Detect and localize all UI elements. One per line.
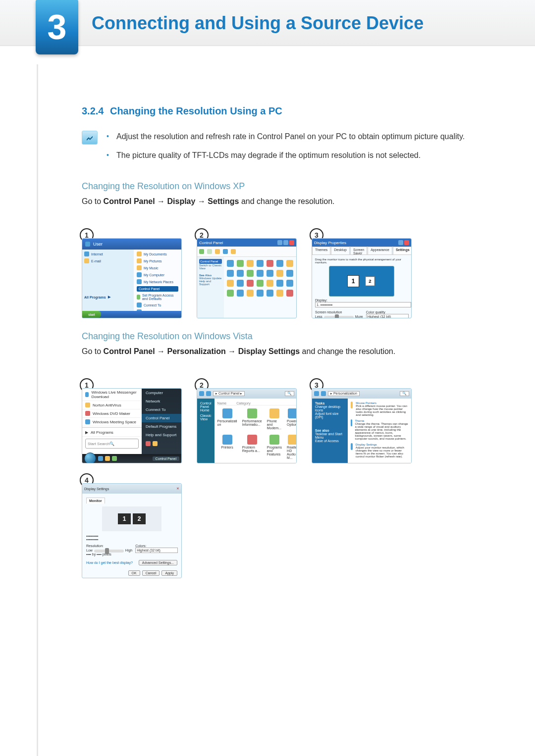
start-item[interactable]: My Network Places	[137, 279, 178, 284]
monitor-2[interactable]: 2	[133, 513, 146, 524]
control-panel-highlight[interactable]: Control Panel	[137, 286, 178, 292]
cp-icon[interactable]	[227, 260, 234, 267]
start-item[interactable]: Norton AntiVirus	[82, 401, 142, 409]
sidebar-link[interactable]: Switch to Classic View	[199, 264, 222, 270]
taskbar-button[interactable]: Control Panel	[153, 456, 179, 461]
cp-item[interactable]: Realtek HD Audio M...	[287, 435, 297, 459]
back-icon[interactable]	[314, 391, 319, 396]
start-item[interactable]: Windows Live Messenger Download	[82, 389, 142, 401]
ok-button[interactable]: OK	[128, 570, 140, 576]
start-item[interactable]: My Documents	[137, 252, 178, 256]
breadcrumb[interactable]: ▸ Personalization	[328, 391, 360, 396]
taskbar-icon[interactable]	[98, 456, 103, 461]
control-panel-highlight[interactable]: Control Panel	[142, 414, 181, 422]
cp-icon[interactable]	[227, 290, 234, 297]
cp-icon[interactable]	[227, 270, 234, 277]
sidebar-link[interactable]: Taskbar and Start Menu	[315, 432, 345, 439]
personalization-item[interactable]: ThemeChange the theme. Themes can change…	[351, 419, 408, 440]
cp-icon[interactable]	[237, 280, 244, 287]
cp-icon[interactable]	[286, 270, 293, 277]
tab-settings[interactable]: Settings	[393, 247, 412, 254]
all-programs[interactable]: ▶ All Programs	[82, 429, 142, 437]
cp-icon[interactable]	[227, 280, 234, 287]
minimize-icon[interactable]	[277, 240, 282, 245]
start-item[interactable]: Internet	[84, 252, 132, 256]
start-button[interactable]: start	[82, 311, 101, 318]
cp-item[interactable]: Printers	[217, 435, 237, 459]
cp-icon[interactable]	[247, 280, 254, 287]
cp-icon[interactable]	[237, 260, 244, 267]
sidebar-link[interactable]: Classic View	[200, 414, 212, 421]
forward-icon[interactable]	[206, 391, 211, 396]
cp-icon[interactable]	[276, 290, 283, 297]
cp-icon[interactable]	[237, 270, 244, 277]
cp-icon[interactable]	[286, 280, 293, 287]
taskbar-icon[interactable]	[105, 456, 110, 461]
taskbar-icon[interactable]	[112, 456, 117, 461]
help-icon[interactable]	[398, 240, 403, 245]
start-item[interactable]: E-mail	[84, 258, 132, 263]
cp-icon[interactable]	[286, 290, 293, 297]
start-item[interactable]: Windows DVD Maker	[82, 409, 142, 418]
close-icon[interactable]	[404, 240, 409, 245]
start-orb[interactable]	[84, 453, 96, 463]
up-icon[interactable]	[215, 249, 220, 254]
back-icon[interactable]	[199, 391, 204, 396]
sidebar-link[interactable]: Control Panel Home	[200, 402, 212, 412]
forward-icon[interactable]	[207, 249, 212, 254]
all-programs[interactable]: All Programs ▶	[84, 295, 132, 299]
start-item[interactable]: Set Program Access and Defaults	[137, 294, 178, 301]
cp-icon[interactable]	[267, 270, 273, 277]
cp-icon[interactable]	[237, 290, 244, 297]
color-quality-select[interactable]: Highest (32 bit)	[366, 314, 409, 318]
start-item[interactable]: Computer	[142, 389, 181, 397]
cp-item[interactable]: Problem Reports a...	[242, 435, 262, 459]
sidebar-link[interactable]: Adjust font size (DPI)	[315, 412, 345, 419]
cp-icon[interactable]	[267, 290, 273, 297]
resolution-slider[interactable]	[324, 316, 354, 318]
start-item[interactable]: Default Programs	[142, 422, 181, 431]
sidebar-link[interactable]: Help and Support	[199, 280, 222, 286]
maximize-icon[interactable]	[283, 240, 288, 245]
cp-icon[interactable]	[267, 280, 273, 287]
cp-icon[interactable]	[257, 290, 264, 297]
cp-icon[interactable]	[276, 270, 283, 277]
cp-icon[interactable]	[247, 290, 254, 297]
start-item[interactable]: Connect To	[142, 405, 181, 414]
power-icon[interactable]	[146, 441, 151, 446]
monitor-picker[interactable]: 1 2	[329, 266, 394, 297]
help-link[interactable]: How do I get the best display?	[86, 561, 133, 564]
monitor-1[interactable]: 1	[347, 275, 359, 287]
display-select[interactable]: 1. ••••••••••	[315, 302, 411, 307]
tab-screensaver[interactable]: Screen Saver	[350, 247, 367, 254]
breadcrumb[interactable]: ▸ Control Panel ▸	[213, 391, 245, 396]
cp-icon[interactable]	[247, 270, 254, 277]
tab-appearance[interactable]: Appearance	[368, 247, 392, 254]
cp-icon[interactable]	[267, 260, 273, 267]
cp-item[interactable]: Personalizati on	[217, 408, 237, 430]
start-item[interactable]: Windows Meeting Space	[82, 418, 142, 426]
tab-themes[interactable]: Themes	[312, 247, 330, 254]
cp-item[interactable]: Power Options	[287, 408, 297, 430]
sidebar-link[interactable]: Change desktop icons	[315, 405, 345, 412]
start-search-input[interactable]: Start Search 🔍	[85, 439, 139, 449]
forward-icon[interactable]	[321, 391, 326, 396]
cp-icon[interactable]	[257, 280, 264, 287]
close-icon[interactable]: ✕	[176, 487, 179, 491]
search-input[interactable]: 🔍	[400, 391, 409, 396]
lock-icon[interactable]	[153, 441, 158, 446]
folders-icon[interactable]	[231, 249, 236, 254]
monitor-picker[interactable]: 1 2	[102, 506, 161, 531]
start-item[interactable]: Help and Support	[142, 431, 181, 439]
cp-icon[interactable]	[276, 280, 283, 287]
sidebar-link[interactable]: Ease of Access	[315, 439, 345, 443]
resolution-slider[interactable]	[94, 550, 124, 553]
cp-icon[interactable]	[257, 270, 264, 277]
cp-icon[interactable]	[276, 260, 283, 267]
personalization-item[interactable]: Display SettingsAdjust your monitor reso…	[351, 443, 408, 458]
close-icon[interactable]	[289, 240, 294, 245]
start-item[interactable]: My Pictures	[137, 258, 178, 263]
start-item[interactable]: Connect To	[137, 302, 178, 307]
cp-icon[interactable]	[257, 260, 264, 267]
search-input[interactable]: 🔍	[285, 391, 294, 396]
